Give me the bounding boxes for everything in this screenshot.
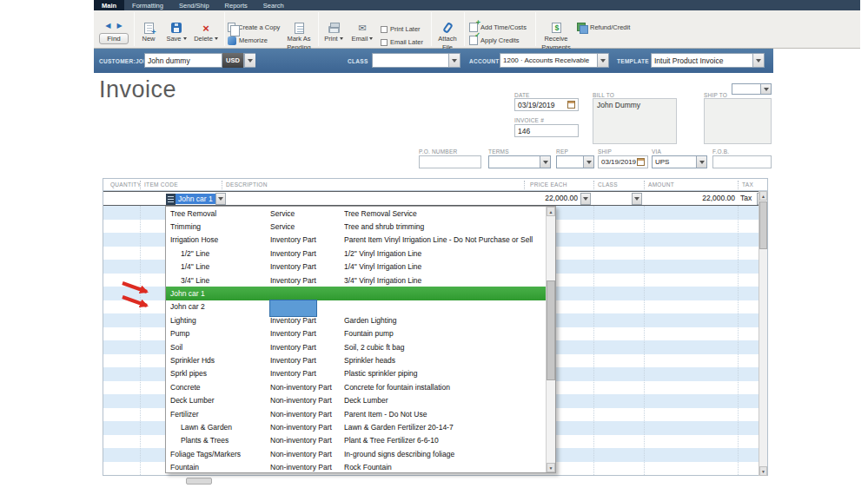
calendar-icon[interactable] <box>567 101 575 109</box>
forward-icon[interactable]: ▶ <box>117 22 123 30</box>
delete-button[interactable]: × Delete <box>191 22 221 43</box>
rep-select[interactable] <box>556 155 594 168</box>
calendar-icon[interactable] <box>637 158 645 166</box>
dropdown-item-1-2-line[interactable]: 1/2" LineInventory Part1/2" Vinyl Irriga… <box>166 247 547 260</box>
dropdown-item-lawn-garden[interactable]: Lawn & GardenNon-inventory PartLawn & Ga… <box>166 420 547 433</box>
table-scrollbar[interactable]: ▲ ▼ <box>759 191 767 476</box>
find-button[interactable]: ◀ ▶ Find <box>96 22 131 44</box>
print-dropdown-icon[interactable] <box>340 37 343 40</box>
chevron-down-icon[interactable] <box>448 54 460 67</box>
dropdown-item-3-4-line[interactable]: 3/4" LineInventory Part3/4" Vinyl Irriga… <box>166 274 547 287</box>
dropdown-item-tree-removal[interactable]: Tree RemovalServiceTree Removal Service <box>166 207 547 220</box>
ship-date-input[interactable]: 03/19/2019 <box>598 155 648 168</box>
rep-value[interactable] <box>557 156 583 168</box>
date-input[interactable]: 03/19/2019 <box>514 98 579 111</box>
currency-button[interactable]: USD <box>222 53 243 68</box>
customer-job-input[interactable]: John dummy <box>144 53 222 68</box>
customer-job-value[interactable]: John dummy <box>145 54 222 67</box>
via-value[interactable]: UPS <box>653 156 696 168</box>
class-value[interactable] <box>373 54 448 67</box>
refund-credit-button[interactable]: Refund/Credit <box>577 22 630 33</box>
account-select[interactable]: 1200 · Accounts Receivable <box>500 53 609 68</box>
email-button[interactable]: ✉ Email <box>349 22 375 43</box>
dropdown-item-john-car-2[interactable]: John car 2 <box>166 300 547 313</box>
h-scrollbar-thumb[interactable] <box>186 478 212 485</box>
tab-send-ship[interactable]: Send/Ship <box>171 0 217 10</box>
dropdown-scroll-down-icon[interactable]: ▼ <box>547 463 555 472</box>
save-button[interactable]: Save <box>163 22 189 43</box>
terms-value[interactable] <box>489 156 540 168</box>
dropdown-item-sprinkler-hds[interactable]: Sprinkler HdsInventory PartSprinkler hea… <box>166 353 547 366</box>
chevron-down-icon[interactable] <box>583 156 593 168</box>
dropdown-scroll-up-icon[interactable]: ▲ <box>547 207 555 216</box>
receive-payments-button[interactable]: Receive Payments <box>539 22 573 51</box>
template-value[interactable]: Intuit Product Invoice <box>652 54 752 67</box>
chevron-down-icon[interactable] <box>696 156 706 168</box>
dropdown-item-pump[interactable]: PumpInventory PartFountain pump <box>166 327 547 340</box>
save-dropdown-icon[interactable] <box>183 37 187 40</box>
chevron-down-icon[interactable] <box>244 54 255 67</box>
dropdown-item-foliage-tags-markers[interactable]: Foliage Tags/MarkersNon-inventory PartIn… <box>166 447 547 460</box>
terms-select[interactable] <box>488 155 551 168</box>
chevron-down-icon[interactable] <box>540 156 550 168</box>
item-code-value[interactable]: John car 1 <box>176 194 215 204</box>
class-cell-dropdown-button[interactable] <box>632 193 642 205</box>
apply-credits-button[interactable]: Apply Credits <box>469 35 520 46</box>
email-dropdown-icon[interactable] <box>369 37 373 40</box>
find-label[interactable]: Find <box>99 33 129 44</box>
back-icon[interactable]: ◀ <box>105 22 110 30</box>
dropdown-item-irrigation-hose[interactable]: Irrigation HoseInventory PartParent Item… <box>166 234 547 247</box>
dropdown-item-fountain[interactable]: FountainNon-inventory PartRock Fountain <box>166 460 547 473</box>
price-each-value[interactable]: 22,000.00 <box>524 194 578 202</box>
tab-formatting[interactable]: Formatting <box>124 0 171 10</box>
template-select[interactable]: Intuit Product Invoice <box>651 53 765 68</box>
ship-to-box[interactable] <box>704 98 772 144</box>
mark-as-pending-button[interactable]: Mark As Pending <box>280 22 318 51</box>
scroll-up-icon[interactable]: ▲ <box>759 191 767 201</box>
email-later-box-icon[interactable] <box>381 39 388 46</box>
dropdown-item-concrete[interactable]: ConcreteNon-inventory PartConcrete for f… <box>166 380 547 393</box>
chevron-down-icon[interactable] <box>597 54 608 67</box>
chevron-down-icon[interactable] <box>752 54 764 67</box>
class-select[interactable] <box>372 53 461 68</box>
dropdown-item-sprkl-pipes[interactable]: Sprkl pipesInventory PartPlastic sprinkl… <box>166 367 547 380</box>
dropdown-item-plants-trees[interactable]: Plants & TreesNon-inventory PartPlant & … <box>166 434 547 447</box>
item-code-dropdown-button[interactable] <box>215 193 226 205</box>
scroll-down-icon[interactable]: ▼ <box>759 466 767 476</box>
via-select[interactable]: UPS <box>652 155 707 168</box>
dropdown-item-1-4-line[interactable]: 1/4" LineInventory Part1/4" Vinyl Irriga… <box>166 260 547 274</box>
attach-file-button[interactable]: Attach File <box>434 22 461 51</box>
invoice-number-input[interactable]: 146 <box>514 124 579 137</box>
create-copy-button[interactable]: Create a Copy <box>228 22 280 33</box>
item-list-icon[interactable] <box>166 194 176 205</box>
dropdown-item-lighting[interactable]: LightingInventory PartGarden Lighting <box>166 313 547 326</box>
ship-to-select-value[interactable] <box>732 84 760 94</box>
print-later-box-icon[interactable] <box>381 26 388 33</box>
ship-to-select[interactable] <box>732 83 772 95</box>
dropdown-item-soil[interactable]: SoilInventory PartSoil, 2 cubic ft bag <box>166 340 547 353</box>
tab-reports[interactable]: Reports <box>217 0 255 10</box>
scrollbar-thumb[interactable] <box>759 201 767 249</box>
print-later-checkbox[interactable]: Print Later <box>381 23 421 35</box>
tab-main[interactable]: Main <box>94 0 124 10</box>
customer-dropdown-button[interactable] <box>243 53 255 68</box>
new-button[interactable]: New <box>137 22 160 43</box>
dropdown-item-fertilizer[interactable]: FertilizerNon-inventory PartParent Item … <box>166 407 547 420</box>
amount-value[interactable]: 22,000.00 <box>644 194 735 202</box>
print-button[interactable]: Print <box>321 22 346 43</box>
bill-to-box[interactable]: John Dummy <box>593 98 677 144</box>
item-code-cell[interactable]: John car 1 <box>166 193 226 205</box>
delete-dropdown-icon[interactable] <box>215 37 218 40</box>
tab-search[interactable]: Search <box>255 0 292 10</box>
dropdown-item-john-car-1[interactable]: John car 1 <box>166 287 547 300</box>
dropdown-item-deck-lumber[interactable]: Deck LumberNon-inventory PartDeck Lumber <box>166 393 547 406</box>
line-item-row[interactable]: John car 1 22,000.00 22,000.00 Tax <box>103 191 767 206</box>
email-later-checkbox[interactable]: Email Later <box>381 36 423 48</box>
dropdown-scrollbar-thumb[interactable] <box>547 280 555 380</box>
fob-input[interactable] <box>712 155 772 168</box>
price-dropdown-button[interactable] <box>580 193 591 205</box>
tax-value[interactable]: Tax <box>740 194 752 202</box>
po-number-input[interactable] <box>419 155 481 168</box>
dropdown-item-trimming[interactable]: TrimmingServiceTree and shrub trimming <box>166 220 547 233</box>
account-value[interactable]: 1200 · Accounts Receivable <box>500 54 597 67</box>
